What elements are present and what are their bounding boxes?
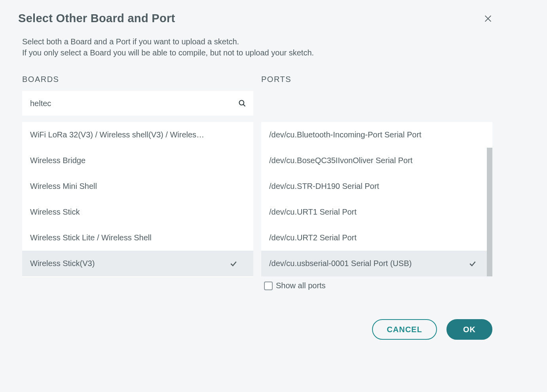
description-line-1: Select both a Board and a Port if you wa… bbox=[22, 36, 492, 47]
boards-column: BOARDS WiFi LoRa 32(V3) / Wireless shell… bbox=[22, 75, 253, 290]
board-item[interactable]: Wireless Stick Lite / Wireless Shell bbox=[22, 225, 253, 251]
dialog-title: Select Other Board and Port bbox=[18, 12, 175, 25]
show-all-ports-checkbox[interactable] bbox=[264, 282, 273, 290]
ports-list[interactable]: /dev/cu.Bluetooth-Incoming-Port Serial P… bbox=[261, 122, 492, 276]
board-item-label: Wireless Stick(V3) bbox=[30, 259, 95, 268]
ok-button[interactable]: OK bbox=[446, 319, 492, 340]
show-all-ports-label: Show all ports bbox=[276, 281, 326, 290]
port-item-label: /dev/cu.URT2 Serial Port bbox=[269, 233, 357, 242]
ports-heading: PORTS bbox=[261, 75, 492, 84]
port-item[interactable]: /dev/cu.URT1 Serial Port bbox=[261, 199, 492, 225]
boards-heading: BOARDS bbox=[22, 75, 253, 84]
board-search-wrap bbox=[22, 91, 253, 116]
port-item-label: /dev/cu.URT1 Serial Port bbox=[269, 207, 357, 217]
port-item-label: /dev/cu.Bluetooth-Incoming-Port Serial P… bbox=[269, 130, 422, 139]
board-item-label: Wireless Mini Shell bbox=[30, 182, 97, 191]
board-item[interactable]: Wireless Mini Shell bbox=[22, 173, 253, 199]
board-search-input[interactable] bbox=[22, 91, 253, 116]
port-item-label: /dev/cu.STR-DH190 Serial Port bbox=[269, 182, 379, 191]
port-item-label: /dev/cu.usbserial-0001 Serial Port (USB) bbox=[269, 259, 412, 268]
cancel-button[interactable]: CANCEL bbox=[372, 319, 437, 340]
board-item-label: WiFi LoRa 32(V3) / Wireless shell(V3) / … bbox=[30, 130, 204, 139]
close-icon[interactable] bbox=[484, 14, 492, 23]
port-item[interactable]: /dev/cu.Bluetooth-Incoming-Port Serial P… bbox=[261, 122, 492, 148]
check-icon bbox=[230, 260, 237, 268]
boards-list[interactable]: WiFi LoRa 32(V3) / Wireless shell(V3) / … bbox=[22, 122, 253, 277]
ports-column: PORTS /dev/cu.Bluetooth-Incoming-Port Se… bbox=[261, 75, 492, 290]
search-icon bbox=[238, 99, 246, 107]
board-item-label: Wireless Stick Lite / Wireless Shell bbox=[30, 233, 152, 242]
dialog-description: Select both a Board and a Port if you wa… bbox=[18, 36, 492, 58]
port-item[interactable]: /dev/cu.BoseQC35IIvonOliver Serial Port bbox=[261, 148, 492, 173]
description-line-2: If you only select a Board you will be a… bbox=[22, 47, 492, 58]
ports-scrollbar[interactable] bbox=[487, 148, 492, 276]
board-item[interactable]: Wireless Bridge bbox=[22, 148, 253, 173]
port-item[interactable]: /dev/cu.usbserial-0001 Serial Port (USB) bbox=[261, 251, 492, 276]
port-item[interactable]: /dev/cu.STR-DH190 Serial Port bbox=[261, 173, 492, 199]
board-item[interactable]: Wireless Stick bbox=[22, 199, 253, 225]
svg-point-2 bbox=[239, 101, 244, 105]
board-item[interactable]: Wireless Stick(V3) bbox=[22, 251, 253, 276]
board-item-label: Wireless Stick bbox=[30, 207, 80, 217]
board-item-label: Wireless Bridge bbox=[30, 156, 85, 165]
svg-line-3 bbox=[243, 105, 245, 107]
check-icon bbox=[469, 260, 477, 268]
board-item[interactable]: WiFi LoRa 32(V3) / Wireless shell(V3) / … bbox=[22, 122, 253, 148]
port-item[interactable]: /dev/cu.URT2 Serial Port bbox=[261, 225, 492, 251]
port-item-label: /dev/cu.BoseQC35IIvonOliver Serial Port bbox=[269, 156, 412, 165]
